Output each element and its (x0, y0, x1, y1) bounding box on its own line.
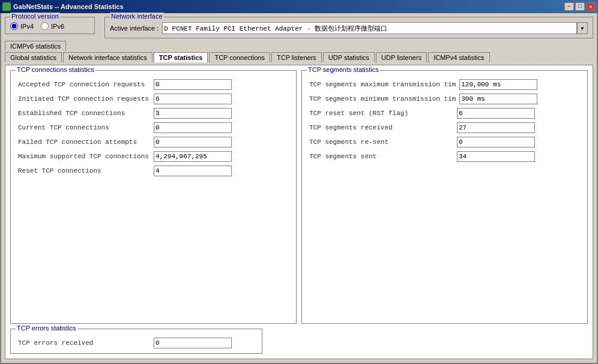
ipv6-radio-label[interactable]: IPv6 (41, 22, 64, 30)
close-button[interactable]: ✕ (586, 2, 596, 11)
tab-global-statistics[interactable]: Global statistics (5, 52, 62, 62)
tcp-conn-value-5[interactable] (154, 151, 232, 162)
tcp-conn-label-0: Accepted TCP connection requests (18, 81, 150, 88)
tcp-conn-value-4[interactable] (154, 137, 232, 148)
network-group: Network interface Active interface : ▼ (104, 17, 593, 38)
tcp-conn-value-1[interactable] (154, 94, 232, 104)
tcp-seg-row-5: TCP segments sent (309, 151, 580, 162)
tcp-seg-row-1: TCP segments minimum transmission tim (309, 94, 580, 104)
tcp-seg-value-2[interactable] (457, 108, 535, 119)
tcp-conn-label-1: Initiated TCP connection requests (18, 95, 150, 103)
main-window: Protocol version IPv4 IPv6 Network inter… (0, 13, 598, 364)
tcp-conn-label-2: Established TCP connections (18, 110, 150, 117)
content-area: TCP connections statistics Accepted TCP … (5, 65, 593, 359)
tcp-conn-value-3[interactable] (154, 122, 232, 133)
tcp-seg-value-3[interactable] (457, 122, 535, 133)
tcp-connections-group: TCP connections statistics Accepted TCP … (10, 70, 297, 324)
ipv4-radio-label[interactable]: IPv4 (10, 22, 34, 30)
tab-icmpv6-statistics[interactable]: ICMPv6 statistics (5, 41, 66, 51)
tcp-connections-title: TCP connections statistics (16, 66, 95, 73)
active-interface-label: Active interface : (110, 25, 159, 32)
tcp-seg-row-3: TCP segments received (309, 122, 580, 133)
tcp-seg-label-5: TCP segments sent (309, 153, 453, 160)
tcp-stat-row-4: Failed TCP connection attempts (18, 137, 289, 148)
protocol-radio-row: IPv4 IPv6 (10, 22, 89, 30)
stats-row: TCP connections statistics Accepted TCP … (10, 70, 588, 324)
tcp-stat-row-0: Accepted TCP connection requests (18, 79, 289, 90)
tab-tcp-connections[interactable]: TCP connections (209, 52, 270, 62)
network-group-title: Network interface (110, 13, 164, 20)
tab-icmpv4-statistics[interactable]: ICMPv4 statistics (428, 52, 489, 62)
tcp-seg-row-4: TCP segments re-sent (309, 137, 580, 148)
tab-tcp-statistics[interactable]: TCP statistics (154, 52, 208, 62)
tcp-errors-title: TCP errors statistics (16, 324, 77, 332)
ipv4-radio[interactable] (10, 22, 18, 30)
tcp-seg-label-1: TCP segments minimum transmission tim (309, 95, 456, 103)
tcp-conn-value-2[interactable] (154, 108, 232, 119)
interface-dropdown-wrapper: ▼ (162, 22, 588, 34)
tcp-seg-value-5[interactable] (457, 151, 535, 162)
ipv4-label: IPv4 (20, 23, 34, 30)
tcp-seg-row-0: TCP segments maximum transmission tim (309, 79, 580, 90)
window-title: GabNetStats -- Advanced Statistics (13, 3, 124, 10)
tab-row-1: ICMPv6 statistics (5, 41, 593, 51)
tab-row-2: Global statistics Network interface stat… (5, 52, 593, 62)
tcp-stat-row-6: Reset TCP connections (18, 166, 289, 176)
title-bar: GabNetStats -- Advanced Statistics ─ □ ✕ (0, 0, 598, 13)
dropdown-arrow-icon[interactable]: ▼ (577, 22, 588, 34)
tcp-conn-value-0[interactable] (154, 79, 232, 90)
app-icon (2, 2, 11, 11)
tcp-conn-value-6[interactable] (154, 166, 232, 176)
tcp-seg-label-2: TCP reset sent (RST flag) (309, 110, 453, 117)
tab-network-interface-statistics[interactable]: Network interface statistics (63, 52, 153, 62)
tcp-segments-group: TCP segments statistics TCP segments max… (301, 70, 588, 324)
network-row: Active interface : ▼ (110, 22, 588, 34)
maximize-button[interactable]: □ (575, 2, 585, 11)
tcp-conn-label-3: Current TCP connections (18, 124, 150, 131)
tcp-seg-label-4: TCP segments re-sent (309, 139, 453, 146)
tcp-seg-label-3: TCP segments received (309, 124, 453, 131)
tcp-err-label-0: TCP errors received (18, 339, 150, 347)
tab-bar: ICMPv6 statistics Global statistics Netw… (5, 41, 593, 62)
tcp-conn-label-5: Maximum supported TCP connections (18, 153, 150, 160)
title-bar-controls: ─ □ ✕ (564, 2, 596, 11)
tab-udp-statistics[interactable]: UDP statistics (323, 52, 375, 62)
tab-tcp-listeners[interactable]: TCP listeners (271, 52, 322, 62)
minimize-button[interactable]: ─ (564, 2, 574, 11)
interface-dropdown[interactable] (162, 22, 577, 34)
tcp-err-row-0: TCP errors received (18, 338, 255, 348)
ipv6-label: IPv6 (51, 23, 64, 30)
tcp-conn-label-4: Failed TCP connection attempts (18, 139, 150, 146)
tab-udp-listeners[interactable]: UDP listeners (376, 52, 427, 62)
protocol-group: Protocol version IPv4 IPv6 (5, 17, 95, 34)
tcp-seg-value-0[interactable] (459, 79, 537, 90)
tcp-seg-label-0: TCP segments maximum transmission tim (309, 81, 456, 88)
tcp-segments-title: TCP segments statistics (307, 66, 380, 73)
tcp-err-value-0[interactable] (154, 338, 232, 348)
tcp-seg-row-2: TCP reset sent (RST flag) (309, 108, 580, 119)
tcp-stat-row-2: Established TCP connections (18, 108, 289, 119)
tcp-stat-row-3: Current TCP connections (18, 122, 289, 133)
top-section: Protocol version IPv4 IPv6 Network inter… (5, 17, 593, 38)
title-bar-text: GabNetStats -- Advanced Statistics (2, 2, 124, 11)
tcp-stat-row-5: Maximum supported TCP connections (18, 151, 289, 162)
tcp-stat-row-1: Initiated TCP connection requests (18, 94, 289, 104)
tcp-seg-value-1[interactable] (459, 94, 537, 104)
tcp-errors-group: TCP errors statistics TCP errors receive… (10, 329, 262, 354)
protocol-group-title: Protocol version (10, 13, 60, 20)
tcp-seg-value-4[interactable] (457, 137, 535, 148)
ipv6-radio[interactable] (41, 22, 49, 30)
tcp-conn-label-6: Reset TCP connections (18, 167, 150, 175)
